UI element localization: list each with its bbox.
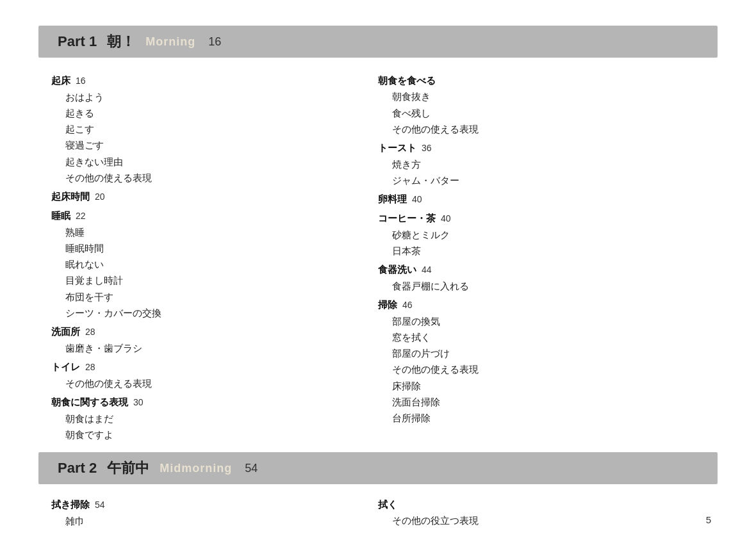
entry-text: 睡眠 xyxy=(51,208,70,223)
entry-text: 朝食はまだ xyxy=(65,411,113,426)
entry-page-ref: 22 xyxy=(76,209,86,224)
list-item: 歯磨き・歯ブラシ xyxy=(51,341,378,355)
list-item: 朝食に関する表現30 xyxy=(51,395,378,410)
entry-text: 起こす xyxy=(65,122,94,136)
list-item: 拭く xyxy=(378,497,705,512)
list-item: 食器洗い44 xyxy=(378,262,705,277)
list-item: 睡眠22 xyxy=(51,208,378,224)
part2-page: 54 xyxy=(245,462,258,475)
entry-text: 雑巾 xyxy=(65,514,85,528)
part1-header: Part 1 朝！ Morning 16 xyxy=(38,26,718,58)
part2-header: Part 2 午前中 Midmorning 54 xyxy=(38,452,718,484)
list-item: 食器戸棚に入れる xyxy=(378,279,705,293)
list-item: その他の役立つ表現 xyxy=(378,513,705,528)
list-item: シーツ・カバーの交換 xyxy=(51,306,378,320)
list-item: 熟睡 xyxy=(51,225,378,240)
entry-text: 部屋の換気 xyxy=(392,314,440,329)
list-item: 朝食抜き xyxy=(378,89,705,104)
list-item: 睡眠時間 xyxy=(51,241,378,256)
entry-page-ref: 28 xyxy=(85,325,95,339)
list-item: 起床16 xyxy=(51,73,378,88)
entry-text: 掃除 xyxy=(378,297,397,312)
list-item: その他の使える表現 xyxy=(378,122,705,136)
part1-content: 起床16おはよう起きる起こす寝過ごす起きない理由その他の使える表現起床時間20睡… xyxy=(0,58,756,452)
entry-page-ref: 40 xyxy=(412,193,422,207)
list-item: おはよう xyxy=(51,90,378,104)
list-item: コーヒー・茶40 xyxy=(378,211,705,226)
list-item: その他の使える表現 xyxy=(378,362,705,377)
entry-page-ref: 54 xyxy=(95,498,105,512)
entry-text: 熟睡 xyxy=(65,225,85,240)
entry-text: その他の使える表現 xyxy=(392,362,479,377)
list-item: 朝食はまだ xyxy=(51,411,378,426)
list-item: 砂糖とミルク xyxy=(378,227,705,242)
entry-page-ref: 30 xyxy=(133,396,144,410)
part2-english: Midmorning xyxy=(160,462,232,475)
list-item: 朝食を食べる xyxy=(378,73,705,88)
entry-text: 洗面台掃除 xyxy=(392,395,440,409)
entry-page-ref: 44 xyxy=(422,263,432,277)
list-item: 起こす xyxy=(51,122,378,136)
part1-label: Part 1 xyxy=(58,33,97,50)
list-item: 台所掃除 xyxy=(378,411,705,425)
entry-text: 起きない理由 xyxy=(65,154,123,169)
list-item: 起床時間20 xyxy=(51,189,378,204)
entry-text: 洗面所 xyxy=(51,324,80,339)
part2-japanese: 午前中 xyxy=(107,459,149,478)
entry-text: 眠れない xyxy=(65,257,104,272)
list-item: 眠れない xyxy=(51,257,378,272)
part2-right-column: 拭くその他の役立つ表現 xyxy=(378,494,705,528)
entry-text: 寝過ごす xyxy=(65,138,104,152)
entry-text: 拭く xyxy=(378,497,397,512)
entry-text: その他の使える表現 xyxy=(65,376,152,391)
entry-text: 目覚まし時計 xyxy=(65,273,123,288)
entry-text: 布団を干す xyxy=(65,289,113,304)
list-item: 掃除46 xyxy=(378,297,705,313)
entry-text: 床掃除 xyxy=(392,379,421,393)
list-item: 布団を干す xyxy=(51,289,378,304)
list-item: 洗面所28 xyxy=(51,324,378,339)
entry-page-ref: 16 xyxy=(76,74,86,88)
entry-page-ref: 40 xyxy=(441,212,451,226)
entry-text: おはよう xyxy=(65,90,104,104)
entry-text: 部屋の片づけ xyxy=(392,346,450,361)
entry-text: 起床時間 xyxy=(51,189,90,204)
entry-page-ref: 46 xyxy=(402,298,413,313)
part1-page: 16 xyxy=(208,35,221,49)
entry-page-ref: 20 xyxy=(95,190,105,204)
entry-text: 歯磨き・歯ブラシ xyxy=(65,341,142,355)
page: Part 1 朝！ Morning 16 起床16おはよう起きる起こす寝過ごす起… xyxy=(0,0,756,538)
list-item: 日本茶 xyxy=(378,243,705,258)
list-item: 拭き掃除54 xyxy=(51,497,378,512)
entry-text: 起きる xyxy=(65,106,94,120)
entry-text: トースト xyxy=(378,140,416,155)
list-item: 焼き方 xyxy=(378,157,705,172)
entry-page-ref: 36 xyxy=(422,142,432,156)
list-item: 部屋の片づけ xyxy=(378,346,705,361)
entry-text: 砂糖とミルク xyxy=(392,227,450,242)
entry-text: その他の使える表現 xyxy=(392,122,479,136)
part2-label: Part 2 xyxy=(58,460,97,477)
entry-text: 窓を拭く xyxy=(392,330,431,345)
page-number: 5 xyxy=(706,514,711,525)
list-item: ジャム・バター xyxy=(378,173,705,188)
list-item: その他の使える表現 xyxy=(51,170,378,185)
entry-text: トイレ xyxy=(51,359,80,374)
entry-page-ref: 28 xyxy=(85,361,95,375)
list-item: 卵料理40 xyxy=(378,192,705,207)
entry-text: 焼き方 xyxy=(392,157,421,172)
entry-text: その他の使える表現 xyxy=(65,170,152,185)
entry-text: 朝食に関する表現 xyxy=(51,395,128,409)
entry-text: 食べ残し xyxy=(392,106,431,120)
entry-text: 食器洗い xyxy=(378,262,416,277)
entry-text: 卵料理 xyxy=(378,192,407,206)
entry-text: 日本茶 xyxy=(392,243,421,258)
entry-text: 朝食ですよ xyxy=(65,427,113,442)
entry-text: 台所掃除 xyxy=(392,411,431,425)
list-item: 床掃除 xyxy=(378,379,705,393)
list-item: 目覚まし時計 xyxy=(51,273,378,288)
entry-text: 朝食を食べる xyxy=(378,73,436,88)
list-item: その他の使える表現 xyxy=(51,376,378,391)
list-item: 起きない理由 xyxy=(51,154,378,169)
entry-text: 朝食抜き xyxy=(392,89,431,104)
